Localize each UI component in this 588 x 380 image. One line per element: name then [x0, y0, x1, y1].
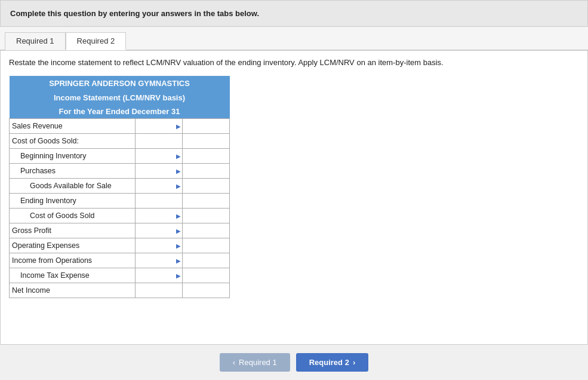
income-input-col2[interactable] [185, 284, 227, 296]
income-input-col1[interactable] [138, 150, 180, 162]
prev-button-label: Required 1 [239, 358, 277, 367]
income-input-col1[interactable] [138, 255, 180, 266]
tab-required-2[interactable]: Required 2 [66, 32, 127, 50]
content-area: Restate the income statement to reflect … [0, 51, 588, 345]
row-label: Cost of Goods Sold [10, 208, 136, 223]
row-label: Gross Profit [10, 223, 136, 238]
income-input-col2[interactable] [185, 269, 227, 281]
row-label: Income Tax Expense [10, 268, 136, 283]
table-row: Cost of Goods Sold▶ [10, 208, 230, 223]
income-input-col1[interactable] [138, 120, 180, 132]
income-input-col2[interactable] [185, 255, 227, 266]
restate-instruction: Restate the income statement to reflect … [9, 57, 579, 69]
income-input-col1[interactable] [138, 180, 180, 192]
income-input-col1[interactable] [138, 210, 180, 222]
table-row: Operating Expenses▶ [10, 238, 230, 253]
row-label: Purchases [10, 163, 136, 178]
income-input-col2[interactable] [185, 135, 227, 147]
next-arrow-icon: › [353, 358, 355, 367]
income-input-col2[interactable] [185, 240, 227, 252]
income-table-container: SPRINGER ANDERSON GYMNASTICS Income Stat… [9, 76, 230, 298]
next-button[interactable]: Required 2 › [296, 353, 369, 372]
prev-arrow-icon: ‹ [233, 358, 235, 367]
table-row: Income Tax Expense▶ [10, 268, 230, 283]
income-input-col2[interactable] [185, 195, 227, 207]
row-label: Sales Revenue [10, 118, 136, 133]
income-input-col1[interactable] [138, 135, 180, 147]
prev-button[interactable]: ‹ Required 1 [220, 353, 290, 372]
row-label: Ending Inventory [10, 193, 136, 208]
table-row: Beginning Inventory▶ [10, 148, 230, 163]
income-input-col1[interactable] [138, 240, 180, 252]
top-instruction: Complete this question by entering your … [0, 0, 588, 27]
table-row: Goods Available for Sale▶ [10, 178, 230, 193]
tab-required-1[interactable]: Required 1 [5, 32, 66, 50]
tabs-bar: Required 1 Required 2 [0, 27, 588, 51]
income-input-col1[interactable] [138, 284, 180, 296]
table-row: Sales Revenue▶ [10, 118, 230, 133]
table-row: Cost of Goods Sold: [10, 133, 230, 148]
table-row: Gross Profit▶ [10, 223, 230, 238]
income-input-col2[interactable] [185, 180, 227, 192]
table-header-company: SPRINGER ANDERSON GYMNASTICS [10, 76, 230, 91]
income-statement-table: SPRINGER ANDERSON GYMNASTICS Income Stat… [9, 76, 230, 298]
income-input-col1[interactable] [138, 225, 180, 237]
table-row: Net Income [10, 283, 230, 298]
table-row: Income from Operations▶ [10, 253, 230, 268]
row-label: Operating Expenses [10, 238, 136, 253]
table-row: Purchases▶ [10, 163, 230, 178]
table-header-period: For the Year Ended December 31 [10, 105, 230, 119]
table-row: Ending Inventory [10, 193, 230, 208]
income-input-col2[interactable] [185, 225, 227, 237]
income-input-col2[interactable] [185, 165, 227, 177]
income-input-col2[interactable] [185, 150, 227, 162]
income-input-col1[interactable] [138, 269, 180, 281]
income-input-col2[interactable] [185, 120, 227, 132]
row-label: Cost of Goods Sold: [10, 133, 136, 148]
table-header-title: Income Statement (LCM/NRV basis) [10, 91, 230, 105]
row-label: Beginning Inventory [10, 148, 136, 163]
next-button-label: Required 2 [309, 358, 349, 367]
row-label: Income from Operations [10, 253, 136, 268]
income-input-col1[interactable] [138, 195, 180, 207]
row-label: Goods Available for Sale [10, 178, 136, 193]
income-input-col2[interactable] [185, 210, 227, 222]
row-label: Net Income [10, 283, 136, 298]
income-input-col1[interactable] [138, 165, 180, 177]
bottom-nav: ‹ Required 1 Required 2 › [0, 345, 588, 380]
